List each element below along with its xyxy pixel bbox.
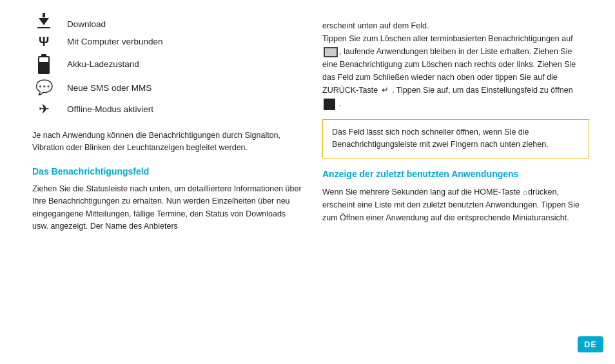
airplane-label: Offline-Modus aktiviert bbox=[67, 104, 153, 114]
usb-label: Mit Computer verbunden bbox=[67, 37, 163, 46]
settings-inline-icon bbox=[324, 99, 335, 110]
recent-apps-text-start: Wenn Sie mehrere Sekunden lang auf die H… bbox=[322, 187, 522, 196]
highlight-text: Das Feld lässt sich noch schneller öffne… bbox=[332, 128, 549, 149]
sms-icon: 💬 bbox=[32, 79, 55, 96]
icon-row-battery: Akku-Ladezustand bbox=[32, 54, 303, 74]
delete-inline-icon bbox=[324, 47, 338, 57]
right-text-line2d: . bbox=[338, 99, 340, 108]
icon-row-sms: 💬 Neue SMS oder MMS bbox=[32, 79, 303, 96]
right-text-line2c: . Tippen Sie auf, um das Einstellungsfel… bbox=[392, 86, 573, 95]
download-label: Download bbox=[67, 19, 106, 29]
notifications-field-heading: Das Benachrichtigungsfeld bbox=[32, 166, 303, 177]
sms-label: Neue SMS oder MMS bbox=[67, 83, 151, 93]
icon-row-usb: Ψ Mit Computer verbunden bbox=[32, 34, 303, 49]
icon-row-airplane: ✈ Offline-Modus aktiviert bbox=[32, 101, 303, 117]
home-inline-icon: ⌂ bbox=[523, 187, 527, 198]
icon-list: Download Ψ Mit Computer verbunden Akku-L… bbox=[32, 19, 303, 117]
right-text-line1: erscheint unten auf dem Feld. bbox=[322, 21, 429, 30]
battery-label: Akku-Ladezustand bbox=[67, 59, 139, 69]
right-top-text: erscheint unten auf dem Feld. Tippen Sie… bbox=[322, 19, 589, 110]
notifications-field-body: Ziehen Sie die Statusleiste nach unten, … bbox=[32, 183, 303, 233]
download-icon bbox=[32, 20, 55, 28]
highlight-box: Das Feld lässt sich noch schneller öffne… bbox=[322, 119, 589, 158]
usb-icon: Ψ bbox=[32, 34, 55, 49]
airplane-icon: ✈ bbox=[32, 101, 55, 117]
recent-apps-heading: Anzeige der zuletzt benutzten Anwendunge… bbox=[322, 169, 589, 179]
right-text-line2: Tippen Sie zum Löschen aller terminbasie… bbox=[322, 34, 573, 43]
back-arrow-inline-icon: ↵ bbox=[382, 84, 389, 97]
recent-apps-body: Wenn Sie mehrere Sekunden lang auf die H… bbox=[322, 186, 589, 224]
battery-icon bbox=[32, 54, 55, 74]
de-badge: DE bbox=[578, 336, 603, 352]
notifications-body: Je nach Anwendung können die Benachricht… bbox=[32, 129, 303, 155]
icon-row-download: Download bbox=[32, 19, 303, 29]
